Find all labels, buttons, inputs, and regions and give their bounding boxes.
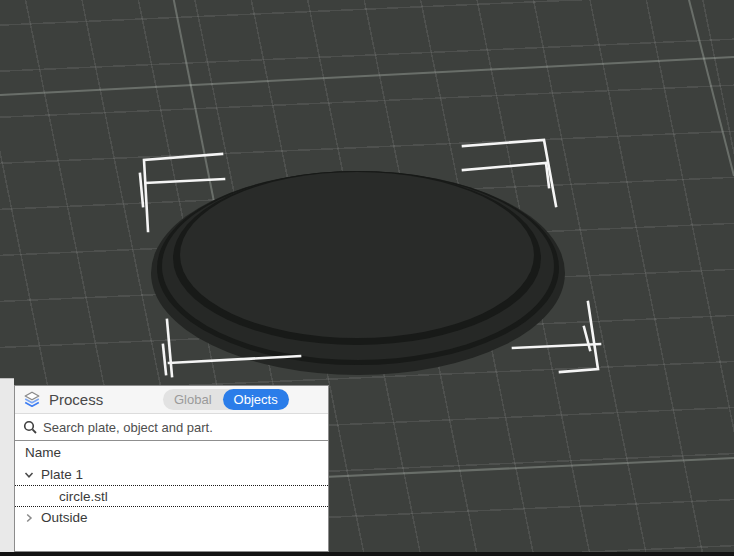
panel-title: Process (49, 391, 103, 408)
tree-item-label: Plate 1 (41, 467, 83, 482)
toggle-objects-button[interactable]: Objects (223, 389, 289, 410)
process-panel: Process Global Objects Name (14, 385, 329, 552)
tree-item-outside[interactable]: Outside (15, 507, 328, 528)
selection-corner-top-right (463, 163, 549, 187)
object-tree: Name Plate 1 circle.stl Outside (15, 441, 328, 528)
search-bar[interactable] (15, 414, 328, 441)
tree-item-label: Outside (41, 510, 88, 525)
left-gutter (0, 378, 14, 556)
chevron-down-icon[interactable] (21, 470, 37, 480)
selection-corner-bottom-left (163, 345, 166, 374)
selection-corner-bottom-right (584, 327, 590, 350)
panel-header: Process Global Objects (15, 386, 328, 414)
search-icon (23, 420, 37, 434)
toggle-global-button[interactable]: Global (163, 389, 223, 410)
scope-toggle: Global Objects (163, 389, 289, 410)
chevron-right-icon[interactable] (21, 513, 37, 523)
tree-item-label: circle.stl (59, 489, 108, 504)
selection-corner-top-left (146, 179, 224, 183)
search-input[interactable] (43, 420, 320, 435)
app-window: Process Global Objects Name (0, 0, 734, 556)
selection-corner-bottom-right (513, 344, 600, 348)
model-circle-stl[interactable] (151, 171, 565, 375)
selection-corner-top-left (140, 174, 143, 206)
tree-column-header: Name (15, 441, 328, 464)
window-bottom-edge (0, 552, 734, 556)
tree-item-plate-1[interactable]: Plate 1 (15, 464, 328, 485)
tree-item-circle-stl[interactable]: circle.stl (15, 485, 328, 507)
layers-icon (23, 391, 41, 408)
selection-corner-bottom-left (167, 320, 172, 376)
selection-corner-bottom-right (560, 302, 598, 372)
